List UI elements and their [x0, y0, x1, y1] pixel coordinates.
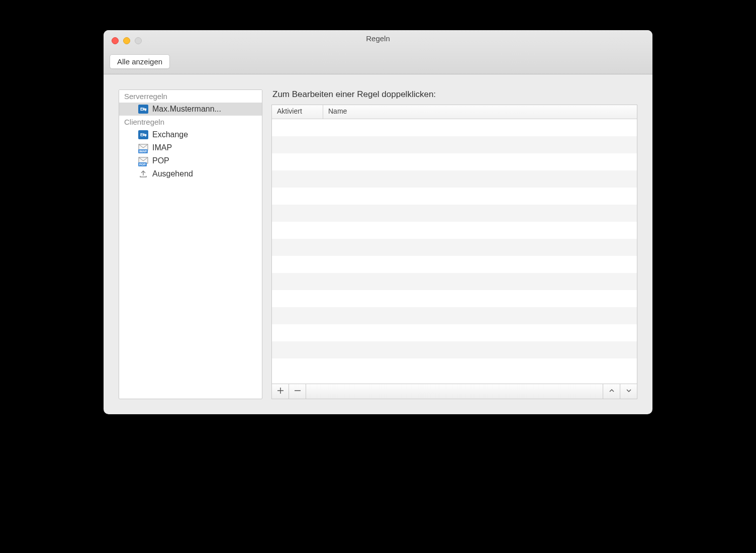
main-panel: Zum Bearbeiten einer Regel doppelklicken… — [271, 89, 637, 399]
plus-icon — [277, 386, 284, 397]
rules-table: Aktiviert Name — [271, 105, 637, 399]
table-row — [272, 290, 637, 307]
sidebar-item-exchange[interactable]: E⇆ Exchange — [119, 128, 262, 141]
chevron-up-icon — [608, 386, 615, 397]
add-rule-button[interactable] — [272, 384, 289, 399]
exchange-icon: E⇆ — [138, 130, 148, 140]
minus-icon — [294, 386, 301, 397]
sidebar-item-label: Max.Mustermann... — [152, 105, 221, 114]
edit-hint: Zum Bearbeiten einer Regel doppelklicken… — [271, 89, 637, 100]
table-footer — [272, 384, 637, 399]
table-row — [272, 256, 637, 273]
table-row — [272, 324, 637, 341]
sidebar-item-label: Exchange — [152, 130, 188, 139]
chevron-down-icon — [625, 386, 632, 397]
rules-window: Regeln Alle anzeigen Serverregeln E⇆ Max… — [104, 30, 652, 414]
pop-envelope-icon: POP — [138, 156, 148, 166]
table-row — [272, 205, 637, 222]
table-body[interactable] — [272, 119, 637, 384]
sidebar-item-label: IMAP — [152, 143, 172, 152]
toolbar: Alle anzeigen — [110, 54, 170, 69]
table-row — [272, 307, 637, 324]
titlebar: Regeln Alle anzeigen — [104, 30, 652, 74]
table-row — [272, 136, 637, 153]
sidebar-section-client-rules: Clientregeln — [119, 116, 262, 128]
table-row — [272, 273, 637, 290]
content: Serverregeln E⇆ Max.Mustermann... Client… — [104, 74, 652, 414]
exchange-icon: E⇆ — [138, 104, 148, 114]
window-title: Regeln — [104, 34, 652, 43]
table-row — [272, 119, 637, 136]
remove-rule-button[interactable] — [289, 384, 306, 399]
table-row — [272, 239, 637, 256]
imap-envelope-icon: IMAP — [138, 143, 148, 153]
table-header: Aktiviert Name — [272, 105, 637, 119]
table-row — [272, 222, 637, 239]
table-row — [272, 153, 637, 170]
outgoing-icon — [138, 169, 148, 179]
table-row — [272, 170, 637, 188]
footer-spacer — [306, 384, 603, 399]
table-row — [272, 188, 637, 205]
sidebar: Serverregeln E⇆ Max.Mustermann... Client… — [119, 89, 262, 399]
move-up-button[interactable] — [603, 384, 620, 399]
move-down-button[interactable] — [620, 384, 637, 399]
sidebar-item-imap[interactable]: IMAP IMAP — [119, 141, 262, 154]
show-all-button[interactable]: Alle anzeigen — [110, 54, 170, 69]
table-row — [272, 341, 637, 358]
sidebar-section-server-rules: Serverregeln — [119, 90, 262, 103]
column-header-aktiviert[interactable]: Aktiviert — [272, 105, 323, 119]
column-header-name[interactable]: Name — [323, 105, 637, 119]
sidebar-item-account[interactable]: E⇆ Max.Mustermann... — [119, 103, 262, 116]
sidebar-item-pop[interactable]: POP POP — [119, 154, 262, 167]
sidebar-item-outgoing[interactable]: Ausgehend — [119, 167, 262, 180]
sidebar-item-label: Ausgehend — [152, 169, 193, 178]
sidebar-item-label: POP — [152, 156, 169, 165]
